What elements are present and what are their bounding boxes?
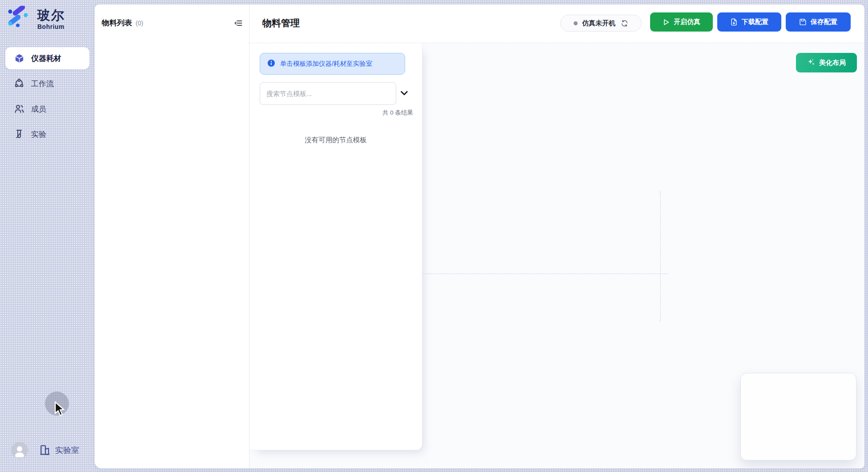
result-count: 共 0 条结果 <box>382 109 413 117</box>
laboratory-label: 实验室 <box>55 445 79 456</box>
avatar[interactable] <box>11 442 28 459</box>
simulation-status-pill: 仿真未开机 <box>560 15 642 32</box>
logo-subtitle: Bohrium <box>37 23 65 30</box>
mouse-cursor <box>54 401 65 418</box>
beautify-layout-button[interactable]: 美化布局 <box>796 53 857 72</box>
save-config-button[interactable]: 保存配置 <box>786 12 851 32</box>
sparkles-icon <box>807 58 815 68</box>
members-icon <box>14 104 24 114</box>
sidebar: 玻尔 Bohrium 仪器耗材 <box>0 0 95 472</box>
simulation-status-text: 仿真未开机 <box>582 19 615 28</box>
sidebar-item-label: 仪器耗材 <box>31 53 61 64</box>
sidebar-item-label: 工作流 <box>31 79 54 89</box>
sidebar-nav: 仪器耗材 工作流 <box>5 47 89 148</box>
app-window: 玻尔 Bohrium 仪器耗材 <box>0 0 868 472</box>
info-icon <box>267 59 275 69</box>
sidebar-item-instruments[interactable]: 仪器耗材 <box>5 47 89 69</box>
experiment-icon <box>14 129 24 140</box>
node-template-palette: 单击模板添加仪器/耗材至实验室 共 0 条结果 没有可用的节点模板 <box>249 43 422 450</box>
materials-list-panel: 物料列表 (0) <box>95 4 249 468</box>
save-icon <box>799 18 807 26</box>
materials-list-count: (0) <box>136 20 143 27</box>
sidebar-item-members[interactable]: 成员 <box>5 98 89 120</box>
workflow-canvas[interactable]: 单击模板添加仪器/耗材至实验室 共 0 条结果 没有可用的节点模板 <box>249 43 864 468</box>
status-dot <box>574 21 578 25</box>
hint-banner-text: 单击模板添加仪器/耗材至实验室 <box>280 60 372 68</box>
start-simulation-button[interactable]: 开启仿真 <box>650 12 713 32</box>
bohrium-logo-icon <box>6 6 29 29</box>
sidebar-item-laboratory[interactable]: 实验室 <box>39 444 79 456</box>
canvas-guide-vertical <box>660 192 661 321</box>
cube-icon <box>14 53 24 64</box>
download-config-button[interactable]: 下载配置 <box>717 12 781 32</box>
collapse-panel-icon[interactable] <box>234 19 243 28</box>
page-header: 物料管理 仿真未开机 <box>249 4 864 43</box>
refresh-icon[interactable] <box>621 20 628 27</box>
hint-banner: 单击模板添加仪器/耗材至实验室 <box>260 53 405 75</box>
main-content-card: 物料列表 (0) 物料管理 仿真未开机 <box>95 4 864 468</box>
sidebar-item-label: 实验 <box>31 129 46 140</box>
materials-list-title: 物料列表 <box>102 18 132 28</box>
page-title: 物料管理 <box>262 17 300 29</box>
sidebar-item-workflow[interactable]: 工作流 <box>5 72 89 95</box>
floating-panel <box>740 373 856 460</box>
play-icon <box>663 19 670 26</box>
bohrium-logo[interactable]: 玻尔 Bohrium <box>6 6 65 30</box>
door-icon <box>39 444 55 456</box>
sidebar-item-label: 成员 <box>31 104 46 114</box>
search-template-input[interactable] <box>260 82 396 105</box>
download-file-icon <box>730 18 738 26</box>
sidebar-footer: 实验室 <box>0 440 95 462</box>
sidebar-item-experiment[interactable]: 实验 <box>5 123 89 145</box>
logo-title: 玻尔 <box>37 8 65 22</box>
empty-template-message: 没有可用的节点模板 <box>249 136 422 145</box>
canvas-guide-horizontal <box>422 273 668 274</box>
right-area: 物料管理 仿真未开机 <box>249 4 864 468</box>
chevron-down-icon[interactable] <box>399 88 409 98</box>
workflow-icon <box>14 78 24 89</box>
